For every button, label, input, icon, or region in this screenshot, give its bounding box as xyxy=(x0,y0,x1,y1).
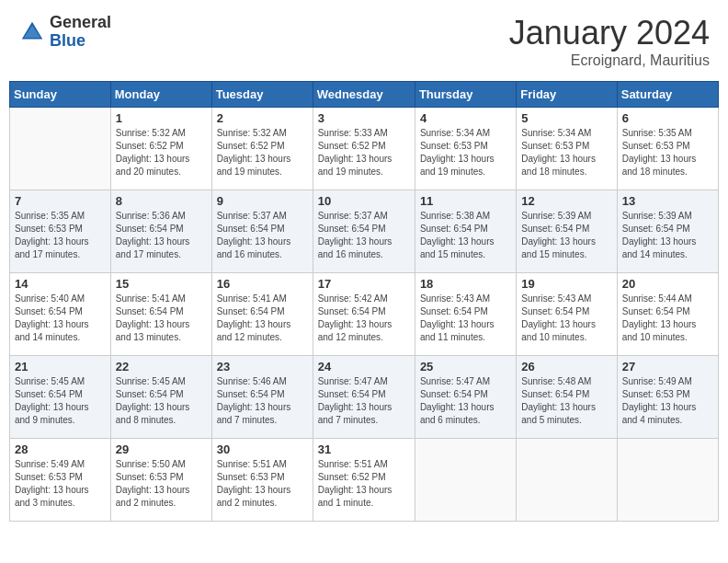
day-info: Sunrise: 5:35 AM Sunset: 6:53 PM Dayligh… xyxy=(622,127,713,178)
calendar-cell: 13Sunrise: 5:39 AM Sunset: 6:54 PM Dayli… xyxy=(617,190,718,273)
day-info: Sunrise: 5:50 AM Sunset: 6:53 PM Dayligh… xyxy=(116,458,207,510)
logo-blue-text: Blue xyxy=(50,32,111,51)
day-info: Sunrise: 5:46 AM Sunset: 6:54 PM Dayligh… xyxy=(217,375,308,427)
day-number: 11 xyxy=(420,194,511,208)
weekday-header-row: SundayMondayTuesdayWednesdayThursdayFrid… xyxy=(10,82,719,108)
calendar-cell: 12Sunrise: 5:39 AM Sunset: 6:54 PM Dayli… xyxy=(517,190,617,273)
calendar-cell: 29Sunrise: 5:50 AM Sunset: 6:53 PM Dayli… xyxy=(110,439,211,522)
day-info: Sunrise: 5:49 AM Sunset: 6:53 PM Dayligh… xyxy=(15,458,106,510)
calendar-cell xyxy=(617,439,718,522)
calendar-week-row: 28Sunrise: 5:49 AM Sunset: 6:53 PM Dayli… xyxy=(10,439,719,522)
calendar-cell: 28Sunrise: 5:49 AM Sunset: 6:53 PM Dayli… xyxy=(10,439,111,522)
day-number: 7 xyxy=(15,194,106,208)
day-info: Sunrise: 5:32 AM Sunset: 6:52 PM Dayligh… xyxy=(116,127,207,178)
calendar-cell: 21Sunrise: 5:45 AM Sunset: 6:54 PM Dayli… xyxy=(10,356,111,439)
calendar-cell: 30Sunrise: 5:51 AM Sunset: 6:53 PM Dayli… xyxy=(211,439,313,522)
day-number: 2 xyxy=(217,111,308,125)
day-number: 1 xyxy=(116,111,207,125)
calendar-cell: 23Sunrise: 5:46 AM Sunset: 6:54 PM Dayli… xyxy=(211,356,313,439)
day-info: Sunrise: 5:48 AM Sunset: 6:54 PM Dayligh… xyxy=(521,375,611,427)
calendar-week-row: 7Sunrise: 5:35 AM Sunset: 6:53 PM Daylig… xyxy=(10,190,719,273)
day-number: 5 xyxy=(521,111,611,125)
day-number: 18 xyxy=(420,277,511,291)
calendar-cell: 25Sunrise: 5:47 AM Sunset: 6:54 PM Dayli… xyxy=(415,356,516,439)
day-number: 26 xyxy=(521,360,611,373)
calendar-cell: 2Sunrise: 5:32 AM Sunset: 6:52 PM Daylig… xyxy=(211,108,313,190)
day-info: Sunrise: 5:37 AM Sunset: 6:54 PM Dayligh… xyxy=(217,210,308,261)
day-info: Sunrise: 5:41 AM Sunset: 6:54 PM Dayligh… xyxy=(217,293,308,344)
day-info: Sunrise: 5:43 AM Sunset: 6:54 PM Dayligh… xyxy=(420,293,511,344)
day-number: 25 xyxy=(420,360,511,373)
day-number: 24 xyxy=(318,360,410,373)
calendar-cell: 22Sunrise: 5:45 AM Sunset: 6:54 PM Dayli… xyxy=(110,356,211,439)
calendar-cell: 5Sunrise: 5:34 AM Sunset: 6:53 PM Daylig… xyxy=(517,108,617,190)
calendar-cell: 18Sunrise: 5:43 AM Sunset: 6:54 PM Dayli… xyxy=(415,273,516,356)
weekday-header-thursday: Thursday xyxy=(415,82,516,108)
calendar-cell: 31Sunrise: 5:51 AM Sunset: 6:52 PM Dayli… xyxy=(313,439,415,522)
calendar-cell: 24Sunrise: 5:47 AM Sunset: 6:54 PM Dayli… xyxy=(313,356,415,439)
day-number: 21 xyxy=(15,360,106,373)
calendar-cell: 1Sunrise: 5:32 AM Sunset: 6:52 PM Daylig… xyxy=(110,108,211,190)
calendar-cell: 17Sunrise: 5:42 AM Sunset: 6:54 PM Dayli… xyxy=(313,273,415,356)
day-number: 14 xyxy=(15,277,106,291)
day-number: 17 xyxy=(318,277,410,291)
day-number: 31 xyxy=(318,442,410,456)
day-info: Sunrise: 5:33 AM Sunset: 6:52 PM Dayligh… xyxy=(318,127,410,178)
day-number: 28 xyxy=(15,442,106,456)
day-number: 6 xyxy=(622,111,713,125)
title-area: January 2024 Ecroignard, Mauritius xyxy=(509,14,710,69)
calendar-cell: 9Sunrise: 5:37 AM Sunset: 6:54 PM Daylig… xyxy=(211,190,313,273)
calendar-cell: 16Sunrise: 5:41 AM Sunset: 6:54 PM Dayli… xyxy=(211,273,313,356)
day-number: 29 xyxy=(116,442,207,456)
day-number: 27 xyxy=(622,360,713,373)
day-number: 9 xyxy=(217,194,308,208)
day-info: Sunrise: 5:49 AM Sunset: 6:53 PM Dayligh… xyxy=(622,375,713,427)
day-info: Sunrise: 5:38 AM Sunset: 6:54 PM Dayligh… xyxy=(420,210,511,261)
day-number: 15 xyxy=(116,277,207,291)
calendar-cell: 20Sunrise: 5:44 AM Sunset: 6:54 PM Dayli… xyxy=(617,273,718,356)
day-info: Sunrise: 5:43 AM Sunset: 6:54 PM Dayligh… xyxy=(521,293,611,344)
day-info: Sunrise: 5:39 AM Sunset: 6:54 PM Dayligh… xyxy=(622,210,713,261)
calendar-cell xyxy=(10,108,111,190)
day-number: 16 xyxy=(217,277,308,291)
day-info: Sunrise: 5:44 AM Sunset: 6:54 PM Dayligh… xyxy=(622,293,713,344)
weekday-header-monday: Monday xyxy=(110,82,211,108)
calendar-cell: 3Sunrise: 5:33 AM Sunset: 6:52 PM Daylig… xyxy=(313,108,415,190)
calendar-cell xyxy=(415,439,516,522)
day-number: 13 xyxy=(622,194,713,208)
calendar-cell: 14Sunrise: 5:40 AM Sunset: 6:54 PM Dayli… xyxy=(10,273,111,356)
logo-general-text: General xyxy=(50,14,111,32)
calendar-cell xyxy=(517,439,617,522)
day-info: Sunrise: 5:47 AM Sunset: 6:54 PM Dayligh… xyxy=(420,375,511,427)
day-info: Sunrise: 5:40 AM Sunset: 6:54 PM Dayligh… xyxy=(15,293,106,344)
day-number: 19 xyxy=(521,277,611,291)
day-info: Sunrise: 5:51 AM Sunset: 6:52 PM Dayligh… xyxy=(318,458,410,510)
day-number: 4 xyxy=(420,111,511,125)
weekday-header-friday: Friday xyxy=(517,82,617,108)
day-number: 10 xyxy=(318,194,410,208)
calendar-cell: 26Sunrise: 5:48 AM Sunset: 6:54 PM Dayli… xyxy=(517,356,617,439)
day-info: Sunrise: 5:51 AM Sunset: 6:53 PM Dayligh… xyxy=(217,458,308,510)
day-number: 12 xyxy=(521,194,611,208)
day-info: Sunrise: 5:35 AM Sunset: 6:53 PM Dayligh… xyxy=(15,210,106,261)
calendar-cell: 4Sunrise: 5:34 AM Sunset: 6:53 PM Daylig… xyxy=(415,108,516,190)
day-info: Sunrise: 5:39 AM Sunset: 6:54 PM Dayligh… xyxy=(521,210,611,261)
calendar-week-row: 21Sunrise: 5:45 AM Sunset: 6:54 PM Dayli… xyxy=(10,356,719,439)
calendar-cell: 8Sunrise: 5:36 AM Sunset: 6:54 PM Daylig… xyxy=(110,190,211,273)
calendar-cell: 11Sunrise: 5:38 AM Sunset: 6:54 PM Dayli… xyxy=(415,190,516,273)
day-info: Sunrise: 5:34 AM Sunset: 6:53 PM Dayligh… xyxy=(420,127,511,178)
calendar-week-row: 14Sunrise: 5:40 AM Sunset: 6:54 PM Dayli… xyxy=(10,273,719,356)
logo-icon xyxy=(18,18,46,46)
weekday-header-tuesday: Tuesday xyxy=(211,82,313,108)
weekday-header-saturday: Saturday xyxy=(617,82,718,108)
day-info: Sunrise: 5:42 AM Sunset: 6:54 PM Dayligh… xyxy=(318,293,410,344)
day-info: Sunrise: 5:41 AM Sunset: 6:54 PM Dayligh… xyxy=(116,293,207,344)
calendar-cell: 10Sunrise: 5:37 AM Sunset: 6:54 PM Dayli… xyxy=(313,190,415,273)
day-number: 20 xyxy=(622,277,713,291)
day-info: Sunrise: 5:45 AM Sunset: 6:54 PM Dayligh… xyxy=(15,375,106,427)
day-info: Sunrise: 5:47 AM Sunset: 6:54 PM Dayligh… xyxy=(318,375,410,427)
calendar-cell: 7Sunrise: 5:35 AM Sunset: 6:53 PM Daylig… xyxy=(10,190,111,273)
day-info: Sunrise: 5:36 AM Sunset: 6:54 PM Dayligh… xyxy=(116,210,207,261)
day-number: 23 xyxy=(217,360,308,373)
calendar-cell: 15Sunrise: 5:41 AM Sunset: 6:54 PM Dayli… xyxy=(110,273,211,356)
